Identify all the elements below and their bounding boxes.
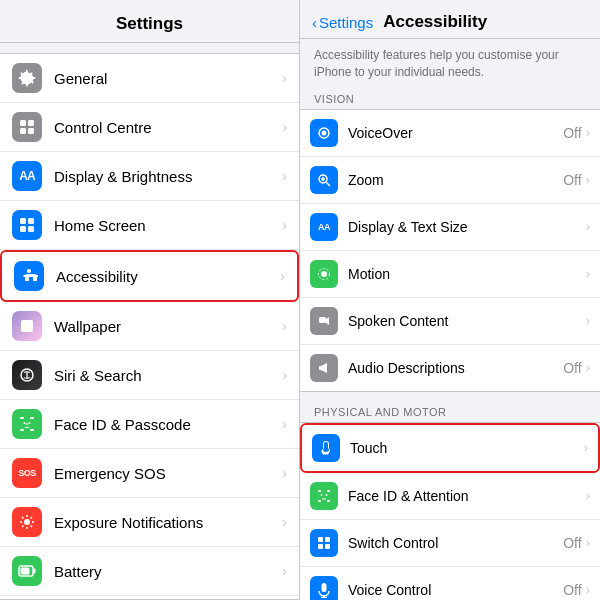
chevron-icon: › — [586, 125, 590, 140]
accessibility-item-switch-control[interactable]: Switch ControlOff› — [300, 520, 600, 567]
accessibility-item-spoken[interactable]: Spoken Content› — [300, 298, 600, 345]
left-panel: Settings General›Control Centre›AADispla… — [0, 0, 300, 600]
svg-rect-43 — [327, 490, 330, 492]
exposure-icon — [12, 507, 42, 537]
svg-rect-52 — [322, 583, 327, 592]
chevron-icon: › — [586, 313, 590, 328]
svg-line-24 — [31, 526, 33, 528]
audio-desc-value: Off — [563, 360, 581, 376]
switch-control-value: Off — [563, 535, 581, 551]
accessibility-item-voice-control[interactable]: Voice ControlOff› — [300, 567, 600, 600]
accessibility-description: Accessibility features help you customis… — [300, 39, 600, 87]
svg-rect-50 — [318, 544, 323, 549]
accessibility-item-zoom[interactable]: ZoomOff› — [300, 157, 600, 204]
display-text-label: Display & Text Size — [348, 219, 586, 235]
svg-rect-7 — [20, 226, 26, 232]
sidebar-item-exposure[interactable]: Exposure Notifications› — [0, 498, 299, 547]
control-centre-icon — [12, 112, 42, 142]
sidebar-item-accessibility[interactable]: Accessibility› — [0, 250, 299, 302]
sidebar-item-display[interactable]: AADisplay & Brightness› — [0, 152, 299, 201]
sidebar-item-faceid[interactable]: Face ID & Passcode› — [0, 400, 299, 449]
zoom-label: Zoom — [348, 172, 563, 188]
chevron-icon: › — [586, 266, 590, 281]
back-button[interactable]: ‹ Settings — [312, 14, 373, 31]
sidebar-item-home-screen[interactable]: Home Screen› — [0, 201, 299, 250]
siri-label: Siri & Search — [54, 367, 278, 384]
wallpaper-icon — [12, 311, 42, 341]
svg-line-26 — [22, 526, 24, 528]
right-panel-title: Accessibility — [383, 12, 487, 32]
control-centre-label: Control Centre — [54, 119, 278, 136]
svg-rect-45 — [327, 500, 330, 502]
faceid-attention-icon — [310, 482, 338, 510]
back-chevron: ‹ — [312, 14, 317, 31]
battery-icon — [12, 556, 42, 586]
chevron-icon: › — [282, 119, 287, 135]
svg-rect-15 — [30, 429, 34, 431]
svg-rect-29 — [21, 568, 30, 575]
motor-section-header: PHYSICAL AND MOTOR — [300, 400, 600, 422]
chevron-icon: › — [282, 217, 287, 233]
accessibility-item-faceid-attention[interactable]: Face ID & Attention› — [300, 473, 600, 520]
svg-rect-4 — [28, 128, 34, 134]
accessibility-item-touch[interactable]: Touch› — [300, 423, 600, 473]
accessibility-item-audio-desc[interactable]: Audio DescriptionsOff› — [300, 345, 600, 391]
general-icon — [12, 63, 42, 93]
svg-rect-44 — [318, 500, 321, 502]
svg-rect-8 — [28, 226, 34, 232]
sidebar-item-siri[interactable]: Siri & Search› — [0, 351, 299, 400]
voiceover-label: VoiceOver — [348, 125, 563, 141]
sidebar-item-privacy[interactable]: Privacy› — [0, 596, 299, 600]
sidebar-item-general[interactable]: General› — [0, 54, 299, 103]
svg-rect-3 — [20, 128, 26, 134]
right-header: ‹ Settings Accessibility — [300, 0, 600, 39]
general-label: General — [54, 70, 278, 87]
svg-point-16 — [24, 422, 26, 424]
vision-list: VoiceOverOff›ZoomOff›AADisplay & Text Si… — [300, 109, 600, 392]
svg-rect-1 — [20, 120, 26, 126]
chevron-icon: › — [282, 465, 287, 481]
display-icon: AA — [12, 161, 42, 191]
chevron-icon: › — [282, 367, 287, 383]
audio-desc-icon — [310, 354, 338, 382]
chevron-icon: › — [282, 416, 287, 432]
svg-point-17 — [29, 422, 31, 424]
svg-point-47 — [326, 494, 328, 496]
sidebar-item-control-centre[interactable]: Control Centre› — [0, 103, 299, 152]
left-header: Settings — [0, 0, 299, 43]
accessibility-item-voiceover[interactable]: VoiceOverOff› — [300, 110, 600, 157]
svg-rect-28 — [34, 569, 36, 574]
svg-rect-13 — [30, 417, 34, 419]
accessibility-label: Accessibility — [56, 268, 276, 285]
svg-line-36 — [327, 182, 331, 186]
accessibility-item-display-text[interactable]: AADisplay & Text Size› — [300, 204, 600, 251]
wallpaper-label: Wallpaper — [54, 318, 278, 335]
svg-rect-49 — [325, 537, 330, 542]
svg-point-18 — [24, 519, 30, 525]
svg-rect-48 — [318, 537, 323, 542]
chevron-icon: › — [586, 582, 590, 597]
switch-control-icon — [310, 529, 338, 557]
right-panel: ‹ Settings Accessibility Accessibility f… — [300, 0, 600, 600]
accessibility-item-motion[interactable]: Motion› — [300, 251, 600, 298]
sidebar-item-wallpaper[interactable]: Wallpaper› — [0, 302, 299, 351]
svg-rect-51 — [325, 544, 330, 549]
sidebar-item-sos[interactable]: SOSEmergency SOS› — [0, 449, 299, 498]
chevron-icon: › — [586, 172, 590, 187]
faceid-icon — [12, 409, 42, 439]
home-screen-label: Home Screen — [54, 217, 278, 234]
svg-rect-14 — [20, 429, 24, 431]
battery-label: Battery — [54, 563, 278, 580]
svg-point-39 — [321, 271, 327, 277]
siri-icon — [12, 360, 42, 390]
settings-list: General›Control Centre›AADisplay & Brigh… — [0, 53, 299, 600]
exposure-label: Exposure Notifications — [54, 514, 278, 531]
chevron-icon: › — [282, 563, 287, 579]
sidebar-item-battery[interactable]: Battery› — [0, 547, 299, 596]
svg-rect-6 — [28, 218, 34, 224]
vision-section-header: VISION — [300, 87, 600, 109]
chevron-icon: › — [282, 70, 287, 86]
faceid-attention-label: Face ID & Attention — [348, 488, 586, 504]
voice-control-icon — [310, 576, 338, 600]
svg-line-25 — [31, 517, 33, 519]
